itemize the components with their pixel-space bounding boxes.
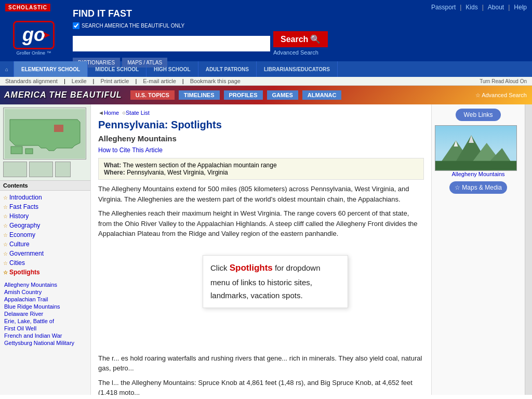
advanced-search-star[interactable]: ☆ Advanced Search [475, 92, 527, 99]
mountain-caption: Allegheny Mountains [435, 171, 522, 177]
svg-rect-3 [25, 149, 33, 154]
french-indian-war-link[interactable]: French and Indian War [4, 332, 86, 339]
email-article-link[interactable]: E-mail article [143, 78, 176, 84]
search-input[interactable] [73, 36, 270, 51]
logo-arrow-icon: ➤ [42, 29, 51, 41]
right-sidebar: Web Links [431, 104, 525, 395]
lexile-link[interactable]: Lexile [72, 78, 87, 84]
contents-header: Contents [0, 181, 90, 191]
list-item: ☆History [0, 211, 90, 221]
cities-link[interactable]: ☆Cities [3, 259, 87, 267]
home-breadcrumb-link[interactable]: Home [104, 110, 119, 116]
scrollbar[interactable] [525, 104, 532, 395]
search-row: Search 🔍 Advanced Search [73, 31, 527, 56]
main-content: Contents ☆Introduction ☆Fast Facts ☆Hist… [0, 104, 532, 395]
search-right: Search 🔍 Advanced Search [273, 31, 328, 56]
list-item: ☆Fast Facts [0, 202, 90, 211]
high-school-tab[interactable]: HIGH SCHOOL [147, 61, 198, 77]
map-thumb-3[interactable] [55, 162, 71, 177]
search-btn-label: Search [281, 35, 308, 44]
where-row: Where: Pennsylvania, West Virginia, Virg… [104, 169, 418, 176]
first-oil-well-link[interactable]: First Oil Well [4, 325, 86, 332]
search-area: FIND IT FAST SEARCH AMERICA THE BEAUTIFU… [73, 8, 527, 68]
librarians-educators-tab[interactable]: LIBRARIANS/EDUCATORS [257, 61, 338, 77]
logo-box: go ➤ [13, 21, 55, 49]
checkbox-label: SEARCH AMERICA THE BEAUTIFUL ONLY [82, 23, 184, 29]
list-item: ☆Economy [0, 230, 90, 240]
list-item: ☆Geography [0, 221, 90, 230]
history-link[interactable]: ☆History [3, 212, 87, 220]
tooltip-spotlights: Spotlights [230, 263, 273, 273]
geography-link[interactable]: ☆Geography [3, 222, 87, 229]
article-paragraph-4: The l... the Allegheny Mountains: Spruce… [98, 378, 424, 395]
home-tab[interactable]: ⌂ [0, 61, 14, 77]
svg-rect-1 [54, 125, 63, 132]
us-map[interactable] [3, 108, 86, 159]
cite-link[interactable]: How to Cite This Article [98, 147, 163, 154]
toolbar: Standards alignment | Lexile | Print art… [0, 77, 532, 86]
introduction-link[interactable]: ☆Introduction [3, 194, 87, 201]
blue-ridge-mountains-link[interactable]: Blue Ridge Mountains [4, 303, 86, 310]
search-icon: 🔍 [310, 34, 321, 44]
amish-country-link[interactable]: Amish Country [4, 288, 86, 296]
spotlights-link[interactable]: ☆Spotlights [3, 269, 87, 276]
svg-rect-11 [435, 161, 516, 170]
article-paragraph-1: The Allegheny Mountains extend for 500 m… [98, 184, 424, 204]
search-checkbox-row: SEARCH AMERICA THE BEAUTIFUL ONLY [73, 22, 527, 29]
web-links-button[interactable]: Web Links [456, 109, 501, 121]
almanac-btn[interactable]: ALMANAC [302, 90, 342, 100]
sidebar: Contents ☆Introduction ☆Fast Facts ☆Hist… [0, 104, 91, 395]
bookmark-link[interactable]: Bookmark this page [190, 78, 241, 84]
gettysburg-link[interactable]: Gettysburg National Military [4, 339, 86, 347]
adult-patrons-tab[interactable]: ADULT PATRONS [198, 61, 257, 77]
print-article-link[interactable]: Print article [100, 78, 129, 84]
advanced-search-link[interactable]: Advanced Search [273, 49, 318, 56]
economy-link[interactable]: ☆Economy [3, 231, 87, 238]
elementary-school-tab[interactable]: ELEMENTARY SCHOOL [14, 61, 88, 77]
atb-bar: AMERICA THE BEAUTIFUL U.S. TOPICS TIMELI… [0, 86, 532, 104]
maps-media-star-icon: ☆ [455, 184, 462, 191]
state-list-breadcrumb-link[interactable]: State List [126, 110, 150, 116]
delaware-river-link[interactable]: Delaware River [4, 310, 86, 317]
erie-lake-battle-link[interactable]: Erie, Lake, Battle of [4, 317, 86, 325]
find-it-fast-label: FIND IT FAST [73, 8, 527, 19]
map-area [0, 104, 90, 181]
maps-media-button[interactable]: ☆ Maps & Media [449, 181, 507, 194]
standards-alignment-link[interactable]: Standards alignment [5, 78, 58, 84]
list-item: ☆Introduction [0, 193, 90, 202]
atb-title: AMERICA THE BEAUTIFUL [4, 90, 122, 100]
games-btn[interactable]: GAMES [267, 90, 298, 100]
tooltip-text-before: Click [210, 263, 230, 272]
mountain-image-svg [435, 125, 516, 170]
search-button[interactable]: Search 🔍 [273, 31, 328, 47]
culture-link[interactable]: ☆Culture [3, 241, 87, 248]
logo-subtitle: Groller Online ™ [16, 50, 51, 56]
us-map-svg [5, 109, 85, 158]
middle-school-tab[interactable]: MIDDLE SCHOOL [88, 61, 147, 77]
list-item: ☆Spotlights [0, 268, 90, 277]
toolbar-left: Standards alignment | Lexile | Print art… [5, 78, 241, 84]
appalachian-trail-link[interactable]: Appalachian Trail [4, 296, 86, 303]
article-paragraph-3: The r... es hold roaring waterfalls and … [98, 353, 424, 374]
fast-facts-link[interactable]: ☆Fast Facts [3, 203, 87, 210]
mountain-image [435, 125, 517, 171]
turn-read-aloud[interactable]: Turn Read Aloud On [480, 78, 527, 84]
what-where-box: What: The western section of the Appalac… [98, 158, 424, 180]
list-item: ☆Culture [0, 240, 90, 249]
map-thumb-1[interactable] [3, 162, 27, 177]
tooltip-overlay: Click Spotlights for dropdown menu of li… [203, 255, 348, 308]
scholastic-logo: SCHOLASTIC [5, 4, 50, 11]
map-thumb-2[interactable] [29, 162, 53, 177]
svg-rect-2 [11, 147, 22, 154]
logo-area: go ➤ Groller Online ™ [5, 21, 62, 56]
article-area: ◄Home ○State List Pennsylvania: Spotligh… [91, 104, 431, 395]
search-checkbox[interactable] [73, 22, 79, 29]
us-topics-btn[interactable]: U.S. TOPICS [130, 90, 175, 100]
government-link[interactable]: ☆Government [3, 250, 87, 257]
profiles-btn[interactable]: PROFILES [224, 90, 263, 100]
article-title: Pennsylvania: Spotlights [98, 119, 424, 131]
breadcrumb: ◄Home ○State List [98, 110, 424, 116]
allegheny-mountains-link[interactable]: Allegheny Mountains [4, 281, 86, 288]
timelines-btn[interactable]: TIMELINES [179, 90, 220, 100]
article-subtitle: Allegheny Mountains [98, 134, 424, 143]
